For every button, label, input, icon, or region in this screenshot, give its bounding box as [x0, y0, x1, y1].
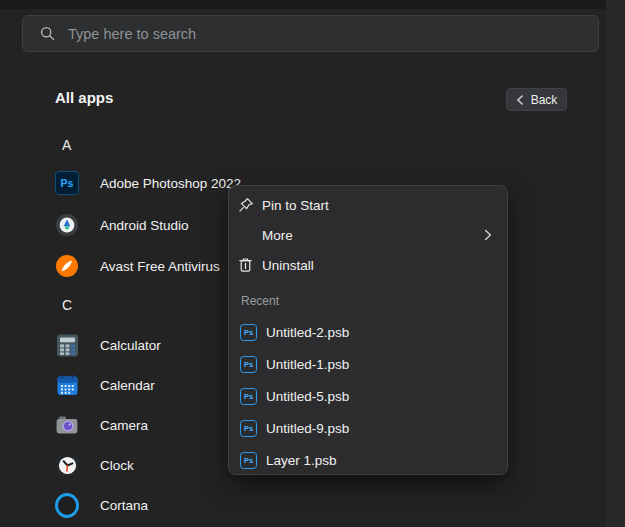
recent-item[interactable]: Ps Untitled-1.psb — [229, 348, 507, 380]
app-row-adobe-photoshop[interactable]: Ps Adobe Photoshop 2022 — [55, 171, 241, 195]
app-row-cortana[interactable]: Cortana — [55, 493, 148, 517]
back-button[interactable]: Back — [506, 88, 567, 111]
recent-item[interactable]: Ps Untitled-2.psb — [229, 316, 507, 348]
app-label: Android Studio — [100, 218, 189, 233]
chevron-right-icon — [484, 229, 492, 241]
pin-icon — [237, 197, 254, 214]
chevron-left-icon — [516, 95, 524, 105]
empty-icon-spacer — [237, 227, 254, 244]
app-row-calendar[interactable]: Calendar — [55, 373, 155, 397]
recent-item-label: Untitled-2.psb — [266, 325, 349, 340]
clock-icon — [55, 453, 79, 477]
right-edge-strip — [606, 0, 625, 527]
section-letter-a[interactable]: A — [62, 137, 71, 153]
trash-icon — [237, 257, 254, 274]
search-icon — [40, 26, 55, 41]
psb-file-icon: Ps — [240, 388, 257, 405]
menu-item-label: More — [262, 228, 293, 243]
app-label: Camera — [100, 418, 148, 433]
app-label: Avast Free Antivirus — [100, 259, 220, 274]
back-button-label: Back — [531, 93, 558, 107]
psb-file-icon: Ps — [240, 356, 257, 373]
menu-item-uninstall[interactable]: Uninstall — [229, 250, 507, 280]
app-label: Calendar — [100, 378, 155, 393]
app-row-calculator[interactable]: Calculator — [55, 333, 161, 357]
app-row-camera[interactable]: Camera — [55, 413, 148, 437]
app-label: Clock — [100, 458, 134, 473]
recent-item-label: Untitled-9.psb — [266, 421, 349, 436]
search-input[interactable] — [68, 26, 598, 42]
top-edge-strip — [0, 0, 625, 9]
android-studio-icon — [55, 213, 79, 237]
recent-item[interactable]: Ps Untitled-5.psb — [229, 380, 507, 412]
app-label: Adobe Photoshop 2022 — [100, 176, 241, 191]
photoshop-badge: Ps — [55, 171, 79, 195]
app-row-clock[interactable]: Clock — [55, 453, 134, 477]
psb-file-icon: Ps — [240, 420, 257, 437]
cortana-icon — [55, 493, 79, 517]
photoshop-app-icon: Ps — [55, 171, 79, 195]
recent-section-header: Recent — [241, 293, 279, 309]
search-bar[interactable] — [22, 15, 599, 52]
recent-item[interactable]: Ps Layer 1.psb — [229, 444, 507, 476]
context-menu: Pin to Start More Uninstall Re — [228, 185, 508, 475]
app-row-avast[interactable]: Avast Free Antivirus — [55, 254, 220, 278]
menu-item-label: Uninstall — [262, 258, 314, 273]
psb-file-icon: Ps — [240, 452, 257, 469]
camera-icon — [55, 413, 79, 437]
recent-item[interactable]: Ps Untitled-9.psb — [229, 412, 507, 444]
recent-item-label: Untitled-1.psb — [266, 357, 349, 372]
menu-item-pin-to-start[interactable]: Pin to Start — [229, 190, 507, 220]
menu-item-label: Pin to Start — [262, 198, 329, 213]
calculator-icon — [55, 333, 79, 357]
menu-item-more[interactable]: More — [229, 220, 507, 250]
psb-file-icon: Ps — [240, 324, 257, 341]
app-row-android-studio[interactable]: Android Studio — [55, 213, 189, 237]
recent-item-label: Untitled-5.psb — [266, 389, 349, 404]
recent-item-label: Layer 1.psb — [266, 453, 337, 468]
avast-icon — [55, 254, 79, 278]
section-letter-c[interactable]: C — [62, 297, 72, 313]
calendar-icon — [55, 373, 79, 397]
start-menu: All apps Back A Ps Adobe Photoshop 2022 … — [0, 0, 625, 527]
page-title: All apps — [55, 89, 113, 106]
app-label: Cortana — [100, 498, 148, 513]
app-label: Calculator — [100, 338, 161, 353]
